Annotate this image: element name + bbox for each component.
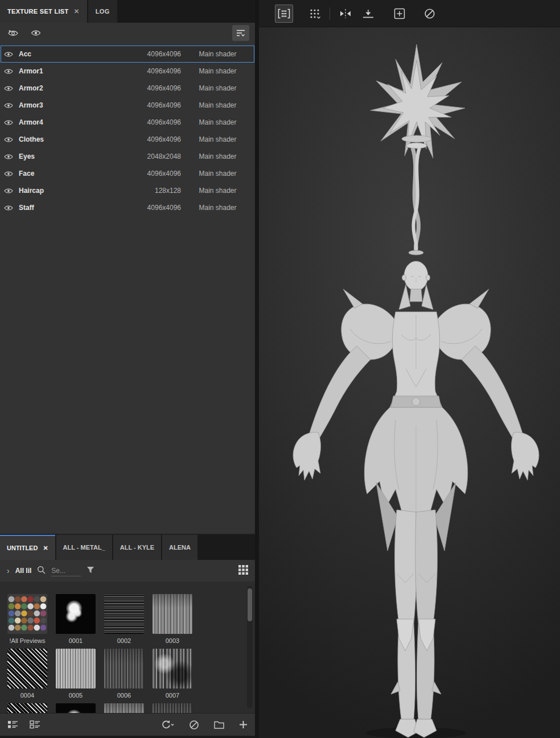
texture-set-row[interactable]: Staff 4096x4096 Main shader [1,199,254,216]
texture-set-row[interactable]: Armor1 4096x4096 Main shader [1,63,254,80]
close-icon[interactable]: ✕ [43,545,48,552]
asset-thumbnail[interactable] [104,594,144,634]
asset-label: 0003 [153,637,192,645]
visibility-eye-icon[interactable] [1,119,17,126]
list-view-details-icon[interactable] [7,720,18,729]
scrollbar-track[interactable] [247,586,253,708]
shelf-tab-all-kyle[interactable]: ALL - KYLE [113,535,161,560]
cancel-prohibit-icon[interactable] [189,720,199,730]
viewport-canvas[interactable] [259,27,560,738]
texture-set-row[interactable]: Eyes 2048x2048 Main shader [1,148,254,165]
plane-symmetry-icon[interactable] [360,5,377,22]
asset-thumbnail[interactable] [56,703,96,713]
visibility-eye-icon[interactable] [1,154,17,160]
texture-set-shader[interactable]: Main shader [181,118,254,126]
asset-tile-partial[interactable] [104,703,144,713]
folder-icon[interactable] [214,720,224,729]
asset-tile[interactable]: !All Previews [7,594,47,646]
texture-set-shader[interactable]: Main shader [181,170,254,178]
visibility-eye-icon[interactable] [1,171,17,177]
texture-set-row[interactable]: Armor2 4096x4096 Main shader [1,80,254,97]
asset-tile-partial[interactable] [7,703,47,713]
visibility-eye-icon[interactable] [1,205,17,211]
close-icon[interactable]: ✕ [73,7,79,15]
visibility-eye-icon[interactable] [1,102,17,109]
visibility-eye-icon[interactable] [1,188,17,194]
visibility-eye-icon[interactable] [27,26,44,40]
texture-set-resolution: 4096x4096 [110,204,181,212]
shelf-tab-all-metal[interactable]: ALL - METAL_ [56,535,112,560]
asset-thumbnail[interactable] [56,649,96,688]
texture-set-row[interactable]: Clothes 4096x4096 Main shader [1,131,254,148]
tab-label: ALL - KYLE [120,544,154,551]
asset-thumbnail[interactable] [153,649,192,688]
grid-view-icon[interactable] [238,565,248,577]
texture-set-shader[interactable]: Main shader [181,204,254,212]
breadcrumb[interactable]: All lil [15,567,32,575]
scrollbar-thumb[interactable] [248,588,252,621]
texture-set-row[interactable]: Haircap 128x128 Main shader [1,182,254,199]
shelf-tab-untitled[interactable]: UNTITLED ✕ [0,535,55,560]
texture-set-row[interactable]: Armor3 4096x4096 Main shader [1,97,254,114]
asset-tile[interactable]: 0004 [7,649,47,701]
uv-tile-paint-mode-icon[interactable] [275,5,293,23]
texture-set-shader[interactable]: Main shader [181,84,254,92]
asset-label: 0004 [7,691,47,699]
visibility-eye-icon[interactable] [1,68,17,75]
texture-set-resolution: 4096x4096 [110,135,181,143]
asset-thumbnail[interactable] [56,594,96,634]
add-square-icon[interactable] [391,5,408,22]
visibility-eye-icon[interactable] [1,85,17,92]
texture-set-resolution: 4096x4096 [110,84,181,92]
texture-set-row[interactable]: Acc 4096x4096 Main shader [1,46,254,63]
texture-set-shader[interactable]: Main shader [181,101,254,109]
visibility-eye-icon[interactable] [1,137,17,143]
substance-painter-app: TEXTURE SET LIST ✕ LOG Acc 4096x4096 [0,0,560,738]
asset-tile[interactable]: 0006 [104,649,144,701]
texture-set-row[interactable]: Face 4096x4096 Main shader [1,165,254,182]
asset-tile-partial[interactable] [153,703,192,713]
tab-log[interactable]: LOG [88,0,117,23]
asset-tile[interactable]: 0005 [56,649,96,701]
asset-thumbnail[interactable] [7,649,47,688]
texture-set-shader[interactable]: Main shader [181,135,254,143]
tab-texture-set-list[interactable]: TEXTURE SET LIST ✕ [0,0,87,23]
asset-tile[interactable]: 0007 [153,649,192,701]
shelf-tab-alena[interactable]: ALENA [162,535,197,560]
asset-tile[interactable]: 0002 [104,594,144,646]
texture-set-resolution: 4096x4096 [110,118,181,126]
asset-thumbnail[interactable] [104,649,144,688]
texture-set-shader[interactable]: Main shader [181,50,254,58]
character-model-3d[interactable] [259,27,560,738]
asset-tile[interactable]: 0001 [56,594,96,646]
asset-tile-partial[interactable] [56,703,96,713]
list-filter-button[interactable] [232,25,249,41]
shelf-toolbar: › All lil [0,560,255,582]
texture-set-shader[interactable]: Main shader [181,187,254,195]
list-view-tree-icon[interactable] [30,720,40,729]
asset-thumbnail[interactable] [153,594,192,634]
tab-label: ALL - METAL_ [63,544,105,551]
disable-prohibit-icon[interactable] [421,5,438,22]
asset-tile[interactable]: 0003 [153,594,192,646]
visibility-eye-icon[interactable] [1,51,17,57]
texture-set-shader[interactable]: Main shader [181,67,254,75]
asset-thumbnail[interactable] [153,703,192,713]
show-all-materials-eye-icon[interactable] [5,26,22,40]
add-plus-icon[interactable] [239,720,248,729]
texture-set-display-icon[interactable] [307,5,324,22]
texture-set-name: Acc [19,50,110,58]
asset-thumbnail[interactable] [104,703,144,713]
texture-set-row[interactable]: Armor4 4096x4096 Main shader [1,114,254,131]
asset-thumbnail-previews[interactable] [7,594,47,634]
asset-thumbnail[interactable] [7,703,47,713]
filter-funnel-icon[interactable] [87,566,94,576]
search-input[interactable] [51,566,81,576]
asset-label: 0002 [104,637,144,645]
texture-set-shader[interactable]: Main shader [181,152,254,160]
texture-set-resolution: 4096x4096 [110,67,181,75]
refresh-icon[interactable] [160,720,174,729]
chevron-right-icon[interactable]: › [7,566,10,575]
mirror-symmetry-icon[interactable] [337,5,354,22]
texture-set-panel: TEXTURE SET LIST ✕ LOG Acc 4096x4096 [0,0,255,534]
